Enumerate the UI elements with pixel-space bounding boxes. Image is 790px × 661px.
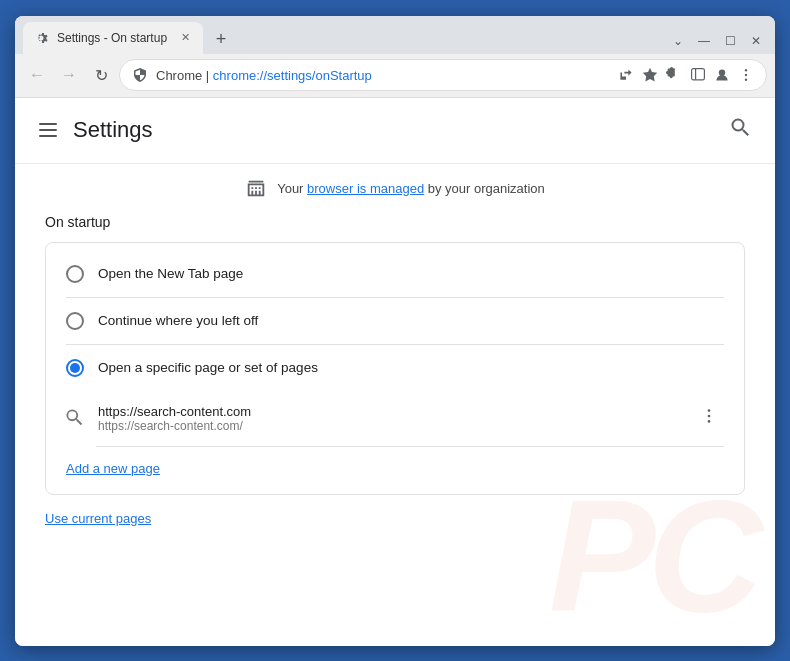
radio-continue xyxy=(66,312,84,330)
managed-notice: Your browser is managed by your organiza… xyxy=(15,164,775,214)
search-button[interactable] xyxy=(727,114,755,147)
svg-point-5 xyxy=(745,79,747,81)
url-main: https://search-content.com xyxy=(98,404,680,419)
radio-specific xyxy=(66,359,84,377)
links-area: Add a new page xyxy=(46,447,744,486)
startup-label: On startup xyxy=(45,214,745,230)
forward-button[interactable]: → xyxy=(55,61,83,89)
option-continue[interactable]: Continue where you left off xyxy=(46,298,744,344)
page-content: Settings Your browser is managed by your… xyxy=(15,98,775,646)
url-info: https://search-content.com https://searc… xyxy=(98,404,680,433)
svg-point-2 xyxy=(719,69,725,75)
option-new-tab[interactable]: Open the New Tab page xyxy=(46,251,744,297)
add-page-link[interactable]: Add a new page xyxy=(66,461,724,476)
svg-point-8 xyxy=(708,420,711,423)
new-tab-button[interactable]: + xyxy=(207,26,235,54)
hamburger-line xyxy=(39,135,57,137)
options-card: Open the New Tab page Continue where you… xyxy=(45,242,745,495)
title-bar: Settings - On startup ✕ + ⌄ — ☐ ✕ xyxy=(15,16,775,54)
address-text: Chrome | chrome://settings/onStartup xyxy=(156,68,610,83)
option-continue-label: Continue where you left off xyxy=(98,313,258,328)
security-icon xyxy=(132,67,148,83)
profile-icon[interactable] xyxy=(714,67,730,83)
window-minimize-button[interactable]: — xyxy=(697,34,711,48)
svg-point-7 xyxy=(708,414,711,417)
toolbar: ← → ↻ Chrome | chrome://settings/onStart… xyxy=(15,54,775,98)
managed-text: Your browser is managed by your organiza… xyxy=(277,181,545,196)
option-new-tab-label: Open the New Tab page xyxy=(98,266,243,281)
extensions-icon[interactable] xyxy=(666,67,682,83)
radio-inner xyxy=(70,363,80,373)
tab-close-button[interactable]: ✕ xyxy=(177,30,193,46)
refresh-button[interactable]: ↻ xyxy=(87,61,115,89)
startup-section: On startup Open the New Tab page Continu… xyxy=(15,214,775,547)
managed-link[interactable]: browser is managed xyxy=(307,181,424,196)
bookmark-icon[interactable] xyxy=(642,67,658,83)
page-title: Settings xyxy=(73,117,153,143)
browser-window: Settings - On startup ✕ + ⌄ — ☐ ✕ ← → ↻ … xyxy=(15,16,775,646)
url-search-icon xyxy=(66,409,84,427)
option-specific[interactable]: Open a specific page or set of pages xyxy=(46,345,744,391)
window-chevron-button[interactable]: ⌄ xyxy=(671,34,685,48)
use-current-link[interactable]: Use current pages xyxy=(45,511,151,526)
share-icon[interactable] xyxy=(618,67,634,83)
tab-area: Settings - On startup ✕ + xyxy=(23,22,671,54)
back-button[interactable]: ← xyxy=(23,61,51,89)
svg-point-3 xyxy=(745,69,747,71)
url-entry: https://search-content.com https://searc… xyxy=(46,391,744,446)
page-wrapper: Settings Your browser is managed by your… xyxy=(15,98,775,646)
hamburger-line xyxy=(39,123,57,125)
tab-label: Settings - On startup xyxy=(57,31,169,45)
window-close-button[interactable]: ✕ xyxy=(749,34,763,48)
settings-title-area: Settings xyxy=(35,117,153,143)
svg-rect-0 xyxy=(692,69,705,80)
building-icon xyxy=(245,178,267,200)
sidebar-icon[interactable] xyxy=(690,67,706,83)
url-more-button[interactable] xyxy=(694,403,724,434)
url-sub: https://search-content.com/ xyxy=(98,419,680,433)
tab-favicon xyxy=(33,30,49,46)
option-specific-label: Open a specific page or set of pages xyxy=(98,360,318,375)
hamburger-line xyxy=(39,129,57,131)
radio-new-tab xyxy=(66,265,84,283)
address-bar[interactable]: Chrome | chrome://settings/onStartup xyxy=(119,59,767,91)
svg-point-6 xyxy=(708,409,711,412)
settings-header: Settings xyxy=(15,98,775,164)
more-menu-icon[interactable] xyxy=(738,67,754,83)
window-maximize-button[interactable]: ☐ xyxy=(723,34,737,48)
menu-button[interactable] xyxy=(35,119,61,141)
window-controls: ⌄ — ☐ ✕ xyxy=(671,34,767,54)
active-tab[interactable]: Settings - On startup ✕ xyxy=(23,22,203,54)
svg-point-4 xyxy=(745,74,747,76)
